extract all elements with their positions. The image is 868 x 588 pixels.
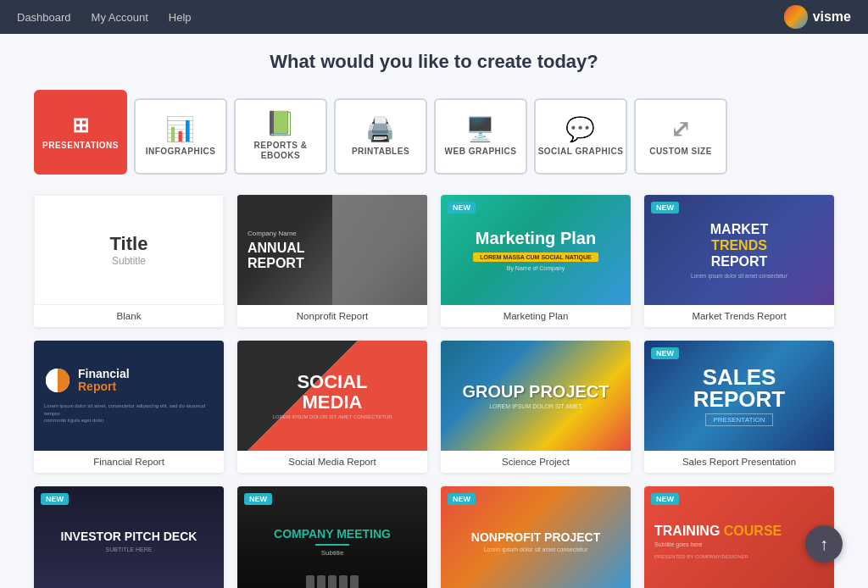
training-presenter: PRESENTED BY COMPANY/DESIGNER [654,554,748,559]
tab-custom-size[interactable]: ⤢ CUSTOM SIZE [634,98,727,175]
presentations-icon: ⊞ [72,115,90,136]
template-social-media-label: Social Media Report [237,451,427,473]
infographics-icon: 📊 [165,118,196,141]
badge-new-company-meeting: NEW [244,493,272,505]
nonprofit-art-sub: Lorem ipsum dolor sit amet consectetur [484,546,588,552]
group-project-title: GROUP PROJECT [463,382,609,401]
help-link[interactable]: Help [169,11,192,24]
main-content: What would you like to create today? ⊞ P… [0,34,868,588]
company-meeting-line [315,544,349,546]
blank-subtitle: Subtitle [112,255,146,267]
brand-logo[interactable]: visme [784,5,851,29]
tab-infographics[interactable]: 📊 INFOGRAPHICS [134,98,227,175]
template-market-trends-preview: NEW MARKET TRENDS REPORT Lorem ipsum dol… [644,195,834,305]
template-company-meeting[interactable]: NEW COMPANY MEETING Subtitle Company Mee… [237,486,427,588]
sales-sub: PRESENTATION [705,413,772,426]
market-trends-title: MARKET TRENDS REPORT [710,221,768,270]
marketing-bar: LOREM MASSA CUM SOCIAL NATIQUE [473,252,598,262]
template-sales-label: Sales Report Presentation [644,451,834,473]
page-title: What would you like to create today? [34,51,834,73]
financial-logo-icon [44,367,71,394]
mt-report: REPORT [711,254,768,269]
templates-grid: Title Subtitle Blank Company Name ANNUAL… [34,195,834,588]
template-investor-pitch[interactable]: NEW INVESTOR PITCH DECK SUBTITLE HERE In… [34,486,224,588]
template-blank[interactable]: Title Subtitle Blank [34,195,224,327]
badge-new-investor: NEW [41,493,69,505]
template-financial-label: Financial Report [34,451,224,473]
template-market-trends-label: Market Trends Report [644,305,834,327]
training-title: TRAINING COURSE [654,524,782,539]
reports-icon: 📗 [265,112,296,136]
nonprofit-report-title: ANNUALREPORT [248,241,305,270]
investor-title: INVESTOR PITCH DECK [61,530,198,543]
badge-new-market-trends: NEW [651,202,679,214]
tab-presentations-label: PRESENTATIONS [42,141,119,150]
template-sales-report[interactable]: NEW SALESREPORT PRESENTATION Sales Repor… [644,341,834,473]
template-group-project-preview: GROUP PROJECT LOREM IPSUM DOLOR SIT AMET [441,341,631,451]
company-meeting-sub: Subtitle [274,549,391,557]
financial-subtitle: Report [78,380,130,393]
template-financial-report[interactable]: Financial Report Lorem ipsum dolor sit a… [34,341,224,473]
tab-infographics-label: INFOGRAPHICS [146,147,216,156]
template-nonprofit-report-label: Nonprofit Report [237,305,427,327]
dashboard-link[interactable]: Dashboard [17,11,71,24]
tab-social-graphics[interactable]: 💬 SOCIAL GRAPHICS [534,98,627,175]
market-trends-sub: Lorem ipsum dolor sit amet consectetur [691,273,787,279]
financial-title: Financial [78,368,130,380]
template-social-media-preview: SOCIALMEDIA LOREM IPSUM DOLOR SIT AMET C… [237,341,427,451]
navbar: Dashboard My Account Help visme [0,0,868,34]
template-marketing-preview: NEW Marketing Plan LOREM MASSA CUM SOCIA… [441,195,631,305]
content-type-tabs: ⊞ PRESENTATIONS 📊 INFOGRAPHICS 📗 REPORTS… [34,90,834,175]
template-investor-preview: NEW INVESTOR PITCH DECK SUBTITLE HERE [34,486,224,588]
template-nonprofit-art[interactable]: NEW NONPROFIT PROJECT Lorem ipsum dolor … [441,486,631,588]
marketing-subtitle: By Name of Company [507,265,565,271]
social-media-title: SOCIALMEDIA [297,372,367,413]
template-marketing-label: Marketing Plan [441,305,631,327]
template-group-project-label: Science Project [441,451,631,473]
blank-title: Title [110,233,148,255]
chair-5 [350,575,359,588]
badge-new-nonprofit-art: NEW [448,493,476,505]
company-meeting-content: COMPANY MEETING Subtitle [274,527,391,557]
template-group-project[interactable]: GROUP PROJECT LOREM IPSUM DOLOR SIT AMET… [441,341,631,473]
my-account-link[interactable]: My Account [92,11,148,24]
mt-trends: TRENDS [711,238,767,252]
mt-market: MARKET [710,222,768,236]
tab-reports-label: REPORTS &EBOOKS [254,141,308,161]
tab-printables[interactable]: 🖨️ PRINTABLES [334,98,427,175]
badge-new-sales: NEW [651,347,679,359]
web-graphics-icon: 🖥️ [465,118,496,141]
chair-2 [317,575,326,588]
tab-social-graphics-label: SOCIAL GRAPHICS [538,147,624,156]
company-meeting-chairs [237,563,427,588]
tab-printables-label: PRINTABLES [352,147,409,156]
badge-new-training: NEW [651,493,679,505]
template-financial-preview: Financial Report Lorem ipsum dolor sit a… [34,341,224,451]
brand-icon [784,5,808,29]
tab-presentations[interactable]: ⊞ PRESENTATIONS [34,90,127,175]
printables-icon: 🖨️ [365,118,396,141]
custom-size-icon: ⤢ [670,118,691,141]
sales-title: SALESREPORT [693,366,785,410]
template-blank-preview: Title Subtitle [34,195,224,305]
investor-sub: SUBTITLE HERE [106,546,153,552]
tab-custom-size-label: CUSTOM SIZE [649,147,712,156]
template-blank-label: Blank [34,305,224,327]
badge-new-marketing: NEW [448,202,476,214]
tab-web-graphics[interactable]: 🖥️ WEB GRAPHICS [434,98,527,175]
scroll-up-button[interactable]: ↑ [805,525,843,563]
template-market-trends[interactable]: NEW MARKET TRENDS REPORT Lorem ipsum dol… [644,195,834,327]
template-nonprofit-art-preview: NEW NONPROFIT PROJECT Lorem ipsum dolor … [441,486,631,588]
template-social-media[interactable]: SOCIALMEDIA LOREM IPSUM DOLOR SIT AMET C… [237,341,427,473]
template-nonprofit-report[interactable]: Company Name ANNUALREPORT Nonprofit Repo… [237,195,427,327]
template-sales-preview: NEW SALESREPORT PRESENTATION [644,341,834,451]
tab-web-graphics-label: WEB GRAPHICS [445,147,517,156]
social-media-sub: LOREM IPSUM DOLOR SIT AMET CONSECTETUR [272,414,392,419]
chair-4 [339,575,348,588]
template-marketing-plan[interactable]: NEW Marketing Plan LOREM MASSA CUM SOCIA… [441,195,631,327]
nonprofit-company: Company Name [248,230,297,237]
training-title-white: TRAINING [654,524,720,538]
nonprofit-art-title: NONPROFIT PROJECT [471,530,600,545]
group-project-sub: LOREM IPSUM DOLOR SIT AMET [489,403,582,409]
tab-reports-ebooks[interactable]: 📗 REPORTS &EBOOKS [234,98,327,175]
